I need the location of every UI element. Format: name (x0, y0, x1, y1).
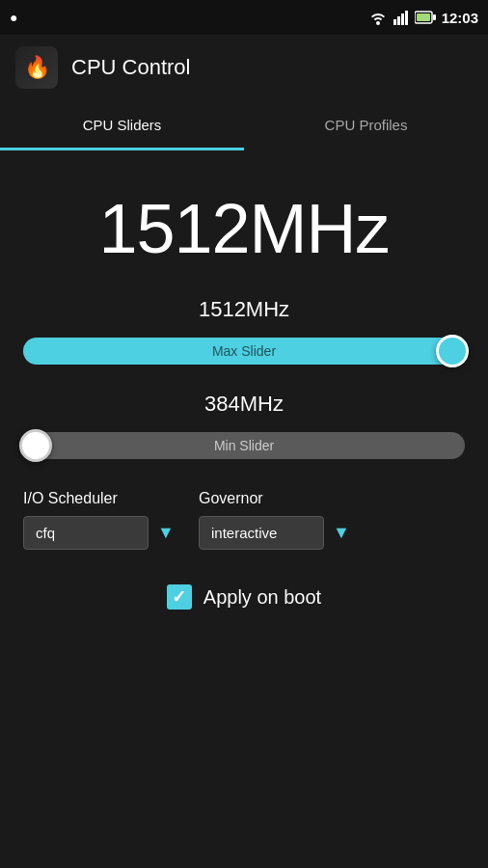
status-bar-right: 12:03 (368, 10, 478, 26)
app-bar: 🔥 CPU Control (0, 35, 488, 100)
max-slider-thumb[interactable] (436, 335, 469, 367)
io-scheduler-input[interactable]: cfq (23, 516, 149, 550)
apply-on-boot-label: Apply on boot (203, 586, 321, 609)
tab-bar: CPU Sliders CPU Profiles (0, 100, 488, 150)
checkbox-check-icon: ✓ (172, 586, 186, 608)
min-slider-container[interactable]: Min Slider (23, 428, 465, 463)
apply-on-boot-row: ✓ Apply on boot (23, 584, 465, 610)
io-scheduler-group: I/O Scheduler cfq ▼ (23, 490, 179, 550)
status-bar-left: ● (10, 10, 17, 25)
max-freq-label: 1512MHz (23, 297, 465, 322)
governor-input-row: interactive ▼ (199, 515, 355, 550)
governor-group: Governor interactive ▼ (199, 490, 355, 550)
battery-icon (415, 11, 436, 24)
max-slider-track[interactable]: Max Slider (23, 338, 465, 365)
svg-rect-0 (393, 19, 396, 25)
min-slider-thumb[interactable] (19, 429, 52, 462)
governor-input[interactable]: interactive (199, 516, 324, 550)
main-content: 1512MHz 1512MHz Max Slider 384MHz Min Sl… (0, 150, 488, 610)
svg-rect-6 (433, 14, 436, 20)
current-frequency: 1512MHz (23, 150, 465, 287)
io-scheduler-dropdown[interactable]: ▼ (152, 515, 179, 550)
svg-rect-1 (397, 16, 400, 25)
svg-rect-3 (405, 11, 408, 25)
tab-cpu-profiles[interactable]: CPU Profiles (244, 100, 488, 149)
max-slider-track-label: Max Slider (23, 343, 465, 359)
min-slider-section: 384MHz Min Slider (23, 392, 465, 463)
io-scheduler-input-row: cfq ▼ (23, 515, 179, 550)
signal-icon (393, 10, 409, 25)
notification-icon: ● (10, 10, 17, 25)
max-slider-container[interactable]: Max Slider (23, 334, 465, 368)
min-slider-track[interactable]: Min Slider (23, 432, 465, 459)
status-bar: ● 12:03 (0, 0, 488, 35)
wifi-icon (368, 10, 388, 25)
tab-cpu-sliders[interactable]: CPU Sliders (0, 100, 244, 149)
max-slider-section: 1512MHz Max Slider (23, 297, 465, 368)
status-time: 12:03 (442, 10, 478, 26)
svg-rect-5 (417, 14, 430, 21)
svg-rect-2 (401, 14, 404, 25)
governor-label: Governor (199, 490, 355, 507)
controls-row: I/O Scheduler cfq ▼ Governor interactive… (23, 490, 465, 550)
min-freq-label: 384MHz (23, 392, 465, 417)
app-icon: 🔥 (15, 46, 58, 89)
apply-on-boot-checkbox[interactable]: ✓ (167, 584, 192, 610)
min-slider-track-label: Min Slider (23, 438, 465, 453)
app-icon-emoji: 🔥 (24, 55, 50, 80)
app-title: CPU Control (71, 55, 190, 80)
io-scheduler-label: I/O Scheduler (23, 490, 179, 507)
governor-dropdown[interactable]: ▼ (328, 515, 355, 550)
